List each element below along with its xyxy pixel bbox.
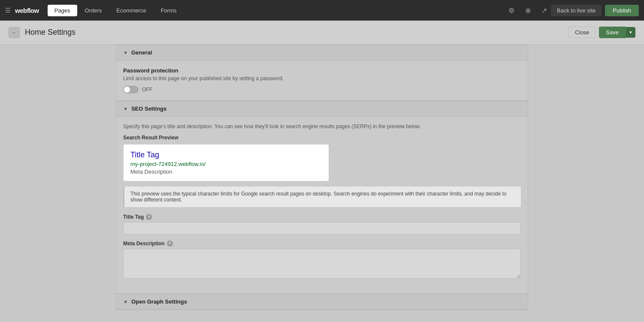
save-btn-group: Save ▾ <box>599 27 635 38</box>
globe-icon[interactable]: ⊕ <box>521 3 535 17</box>
title-tag-help-icon[interactable]: ? <box>146 214 152 220</box>
general-section-title: General <box>131 49 152 56</box>
toggle-off-label: OFF <box>142 87 152 93</box>
seo-section-header[interactable]: ▼ SEO Settings <box>116 101 528 117</box>
serp-description: Meta Description <box>130 169 322 175</box>
meta-description-input[interactable] <box>123 249 521 279</box>
back-to-live-button[interactable]: Back to live site <box>551 5 602 16</box>
seo-section: ▼ SEO Settings Specify this page's title… <box>116 101 528 294</box>
close-button[interactable]: Close <box>568 27 596 38</box>
toggle-knob <box>124 87 130 93</box>
title-tag-input[interactable] <box>123 222 521 235</box>
seo-description: Specify this page's title and descriptio… <box>123 123 521 129</box>
nav-right: Back to live site Publish <box>551 5 639 16</box>
seo-section-title: SEO Settings <box>131 105 166 112</box>
chevron-down-icon-seo: ▼ <box>123 106 128 111</box>
serp-preview: Title Tag my-project-724912.webflow.io/ … <box>123 144 329 181</box>
title-tag-field: Title Tag ? <box>123 214 521 235</box>
nav-icons: ⚙ ⊕ ↗ <box>505 3 551 17</box>
seo-section-body: Specify this page's title and descriptio… <box>116 117 528 293</box>
password-protection-desc: Limit access to this page on your publis… <box>123 75 521 81</box>
chevron-down-icon-og: ▼ <box>123 299 128 304</box>
page-title: Home Settings <box>25 28 568 37</box>
nav-tab-forms[interactable]: Forms <box>154 5 184 16</box>
title-tag-label: Title Tag ? <box>123 214 521 220</box>
open-graph-section-header[interactable]: ▼ Open Graph Settings <box>116 294 528 310</box>
serp-title: Title Tag <box>130 150 322 159</box>
chevron-down-icon: ▼ <box>123 50 128 55</box>
meta-description-help-icon[interactable]: ? <box>167 241 173 247</box>
meta-description-label: Meta Description ? <box>123 241 521 247</box>
settings-panel: ▼ General Password protection Limit acce… <box>0 45 644 322</box>
seo-info-box: This preview uses the typical character … <box>123 187 521 207</box>
password-protection-label: Password protection <box>123 67 521 74</box>
open-graph-section-title: Open Graph Settings <box>131 298 187 305</box>
open-graph-section: ▼ Open Graph Settings <box>116 294 528 310</box>
settings-content: ▼ General Password protection Limit acce… <box>116 45 528 310</box>
meta-description-field: Meta Description ? <box>123 241 521 280</box>
main-wrapper: ← Home Settings Close Save ▾ ▼ General P… <box>0 21 644 322</box>
back-button[interactable]: ← <box>9 27 20 38</box>
serp-url: my-project-724912.webflow.io/ <box>130 161 322 167</box>
general-section-header[interactable]: ▼ General <box>116 45 528 60</box>
gear-icon[interactable]: ⚙ <box>505 3 518 17</box>
header-actions: Close Save ▾ <box>568 27 635 38</box>
top-nav: ☰ webflow Pages Orders Ecommerce Forms ⚙… <box>0 0 644 21</box>
publish-button[interactable]: Publish <box>605 5 639 16</box>
save-button[interactable]: Save <box>599 27 626 38</box>
nav-tabs: Pages Orders Ecommerce Forms <box>48 5 500 16</box>
search-result-preview-label: Search Result Preview <box>123 135 521 141</box>
nav-tab-orders[interactable]: Orders <box>78 5 109 16</box>
panel-header: ← Home Settings Close Save ▾ <box>0 21 644 45</box>
hamburger-icon[interactable]: ☰ <box>5 7 11 14</box>
share-icon[interactable]: ↗ <box>537 3 551 17</box>
save-dropdown-button[interactable]: ▾ <box>626 27 635 38</box>
webflow-logo: webflow <box>15 7 39 14</box>
toggle-row: OFF <box>123 86 521 93</box>
general-section: ▼ General Password protection Limit acce… <box>116 45 528 101</box>
password-toggle[interactable] <box>123 86 139 93</box>
nav-tab-pages[interactable]: Pages <box>48 5 77 16</box>
nav-tab-ecommerce[interactable]: Ecommerce <box>109 5 153 16</box>
general-section-body: Password protection Limit access to this… <box>116 60 528 100</box>
